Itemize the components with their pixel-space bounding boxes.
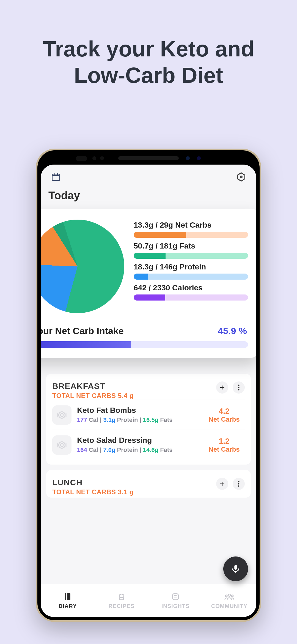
add-food-button[interactable] (216, 478, 228, 490)
nav-label: INSIGHTS (161, 603, 189, 609)
svg-rect-0 (52, 174, 60, 181)
phone-sensor-dot (100, 156, 104, 160)
svg-marker-1 (238, 173, 245, 181)
plate-icon (52, 435, 72, 455)
macro-summary-card: 13.3g / 29g Net Carbs 50.7g / 181g Fats … (41, 209, 256, 358)
svg-point-11 (238, 483, 240, 485)
food-item[interactable]: Keto Salad Dressing 164 Cal | 7.0g Prote… (52, 430, 245, 460)
nav-recipes[interactable]: RECIPES (95, 584, 148, 617)
bar-calories: 642 / 2330 Calories (134, 283, 248, 301)
bar-label-protein: 18.3g / 146g Protein (134, 263, 248, 271)
meal-more-button[interactable] (233, 478, 245, 490)
nav-label: RECIPES (109, 603, 135, 609)
food-net-carbs: 4.2 Net Carbs (204, 407, 245, 423)
bar-net-carbs: 13.3g / 29g Net Carbs (134, 221, 248, 238)
nav-diary[interactable]: DIARY (41, 584, 95, 617)
food-name: Keto Salad Dressing (77, 436, 198, 445)
intake-progress (41, 341, 248, 348)
bar-label-fats: 50.7g / 181g Fats (134, 242, 248, 250)
phone-camera (197, 156, 201, 160)
bar-fats: 50.7g / 181g Fats (134, 242, 248, 259)
nav-community[interactable]: COMMUNITY (202, 584, 256, 617)
phone-sensor (76, 156, 87, 161)
food-item[interactable]: Keto Fat Bombs 177 Cal | 3.1g Protein | … (52, 400, 245, 430)
meal-title: LUNCH (52, 478, 134, 487)
nav-label: DIARY (59, 603, 77, 609)
meal-title: BREAKFAST (52, 381, 134, 391)
svg-point-8 (59, 442, 65, 448)
phone-camera (186, 156, 190, 160)
phone-sensor-dot (92, 156, 96, 160)
calendar-icon[interactable] (49, 170, 63, 184)
svg-point-5 (238, 389, 240, 391)
phone-speaker (118, 156, 179, 160)
svg-point-7 (61, 414, 63, 416)
svg-rect-13 (65, 593, 70, 600)
svg-point-3 (238, 385, 240, 386)
macro-pie-chart (41, 220, 124, 313)
app-screen: Today 13.3g / 29g Net Carbs 50.7g / 181g… (41, 165, 256, 617)
svg-point-18 (231, 595, 233, 597)
food-stats: 164 Cal | 7.0g Protein | 14.6g Fats (77, 446, 198, 454)
plate-icon (52, 405, 72, 425)
bar-label-calories: 642 / 2330 Calories (134, 283, 248, 292)
meal-total-carbs: TOTAL NET CARBS 5.4 g (52, 392, 134, 400)
svg-point-4 (238, 387, 240, 388)
nav-insights[interactable]: INSIGHTS (148, 584, 202, 617)
phone-frame: Today 13.3g / 29g Net Carbs 50.7g / 181g… (36, 149, 261, 622)
svg-point-9 (61, 444, 63, 446)
divider (41, 320, 256, 320)
page-title: Today (41, 189, 256, 203)
nav-label: COMMUNITY (211, 603, 248, 609)
svg-point-2 (240, 176, 242, 178)
intake-row: Your Net Carb Intake 45.9 % (41, 326, 248, 336)
svg-point-12 (238, 485, 240, 487)
promo-headline: Track your Keto and Low-Carb Diet (0, 0, 297, 89)
settings-icon[interactable] (234, 170, 248, 184)
add-food-button[interactable] (216, 381, 228, 394)
app-topbar (41, 165, 256, 189)
voice-input-button[interactable] (223, 556, 248, 581)
meal-more-button[interactable] (233, 381, 245, 394)
svg-point-17 (226, 595, 227, 597)
meal-card-breakfast: BREAKFAST TOTAL NET CARBS 5.4 g (46, 374, 251, 465)
intake-percentage: 45.9 % (218, 326, 247, 336)
meals-list: BREAKFAST TOTAL NET CARBS 5.4 g (46, 374, 251, 503)
meal-total-carbs: TOTAL NET CARBS 3.1 g (52, 488, 134, 496)
svg-point-16 (228, 594, 230, 596)
bar-protein: 18.3g / 146g Protein (134, 263, 248, 280)
intake-title: Your Net Carb Intake (41, 326, 124, 336)
food-name: Keto Fat Bombs (77, 406, 198, 415)
food-net-carbs: 1.2 Net Carbs (204, 437, 245, 453)
svg-point-6 (59, 412, 65, 418)
bar-label-net-carbs: 13.3g / 29g Net Carbs (134, 221, 248, 230)
svg-rect-14 (66, 593, 67, 600)
food-stats: 177 Cal | 3.1g Protein | 16.5g Fats (77, 416, 198, 424)
bottom-nav: DIARY RECIPES INSIGHTS COMMUNITY (41, 584, 256, 617)
meal-card-lunch: LUNCH TOTAL NET CARBS 3.1 g (46, 470, 251, 498)
svg-point-10 (238, 481, 240, 482)
